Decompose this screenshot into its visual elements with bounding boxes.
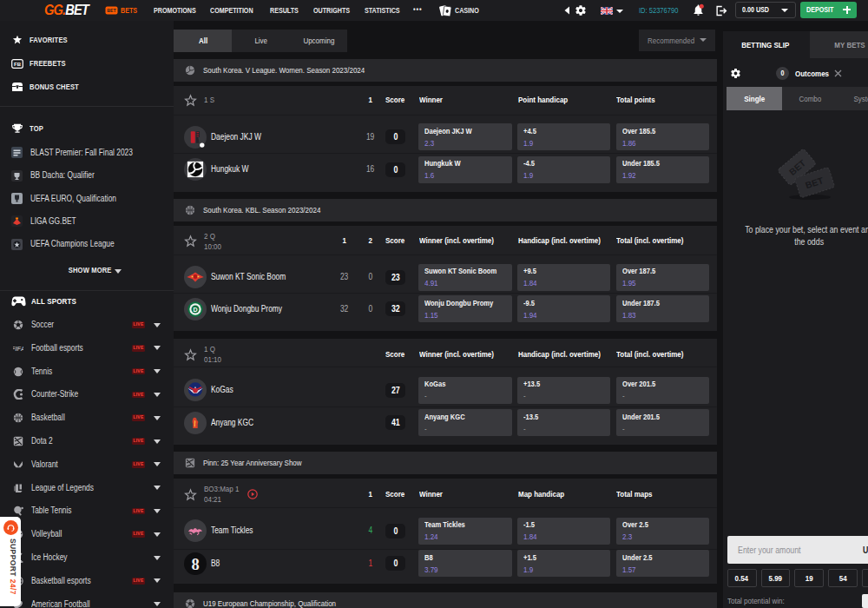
svg-text:FB: FB [14,62,22,67]
svg-text:D: D [193,307,197,313]
svg-text:8: 8 [191,555,199,572]
svg-text:BET: BET [107,8,116,13]
svg-text:FIFA: FIFA [13,345,23,353]
